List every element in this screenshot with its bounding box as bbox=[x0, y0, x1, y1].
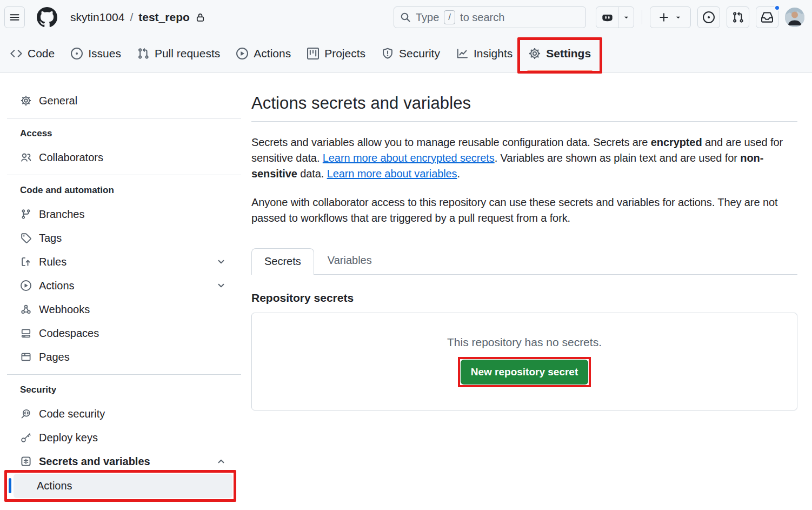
breadcrumb-owner[interactable]: skytin1004 bbox=[70, 11, 124, 24]
main-content: Actions secrets and variables Secrets an… bbox=[248, 72, 812, 410]
people-icon bbox=[20, 152, 32, 163]
intro-text: data. bbox=[297, 168, 327, 180]
sidebar-item-label: Pages bbox=[39, 351, 70, 363]
tab-secrets[interactable]: Secrets bbox=[251, 248, 314, 275]
tab-variables[interactable]: Variables bbox=[314, 248, 385, 274]
repository-secrets-heading: Repository secrets bbox=[251, 292, 797, 304]
sidebar-item-secrets-and-variables[interactable]: Secrets and variables bbox=[9, 449, 239, 473]
sidebar-item-label: Webhooks bbox=[39, 303, 90, 316]
sidebar-item-rules[interactable]: Rules bbox=[9, 250, 239, 274]
tab-label: Settings bbox=[546, 47, 591, 60]
variables-link[interactable]: Learn more about variables bbox=[327, 168, 457, 180]
chevron-down-icon bbox=[215, 281, 227, 290]
sidebar-item-tags[interactable]: Tags bbox=[9, 226, 239, 250]
plus-icon bbox=[658, 12, 669, 23]
encrypted-secrets-link[interactable]: Learn more about encrypted secrets bbox=[323, 152, 495, 164]
active-tab-underline bbox=[527, 70, 593, 72]
github-repo-settings-page: skytin1004 / test_repo Type / to search bbox=[0, 0, 812, 498]
sidebar-item-code-security[interactable]: Code security bbox=[9, 402, 239, 426]
sidebar-item-webhooks[interactable]: Webhooks bbox=[9, 297, 239, 321]
tab-label: Actions bbox=[254, 47, 291, 60]
github-logo[interactable] bbox=[37, 7, 57, 28]
tag-icon bbox=[20, 233, 32, 243]
page-title: Actions secrets and variables bbox=[251, 94, 797, 113]
tab-insights[interactable]: Insights bbox=[448, 35, 521, 72]
intro-paragraph: Secrets and variables allow you to manag… bbox=[251, 135, 797, 182]
inbox-button[interactable] bbox=[756, 6, 778, 28]
graph-icon bbox=[456, 48, 468, 59]
code-icon bbox=[10, 48, 22, 59]
new-repository-secret-button[interactable]: New repository secret bbox=[461, 360, 589, 385]
hamburger-icon bbox=[9, 12, 20, 23]
lock-icon bbox=[195, 12, 205, 23]
tab-security[interactable]: Security bbox=[374, 35, 448, 72]
sidebar-item-label: Actions bbox=[37, 480, 72, 492]
play-circle-icon bbox=[236, 48, 248, 59]
sidebar-item-pages[interactable]: Pages bbox=[9, 345, 239, 369]
gear-icon bbox=[20, 95, 32, 106]
tab-projects[interactable]: Projects bbox=[299, 35, 374, 72]
copilot-chat-button[interactable] bbox=[596, 7, 618, 28]
tab-settings[interactable]: Settings bbox=[521, 35, 599, 72]
page-body: General Access Collaborators Code and au… bbox=[0, 72, 812, 498]
notification-dot bbox=[774, 5, 780, 11]
sidebar-item-label: Rules bbox=[39, 256, 66, 268]
create-new-button[interactable] bbox=[650, 6, 691, 28]
sidebar-subitem-actions-selected[interactable]: Actions bbox=[14, 474, 232, 498]
search-placeholder-suffix: to search bbox=[460, 11, 504, 24]
codespaces-icon bbox=[20, 328, 32, 339]
rules-icon bbox=[20, 256, 32, 267]
slash-key-hint: / bbox=[444, 10, 455, 24]
project-icon bbox=[307, 48, 319, 59]
sidebar-item-general[interactable]: General bbox=[9, 89, 239, 112]
sidebar-item-codespaces[interactable]: Codespaces bbox=[9, 321, 239, 345]
tab-code[interactable]: Code bbox=[2, 35, 63, 72]
breadcrumb-repo[interactable]: test_repo bbox=[138, 11, 190, 24]
sidebar-item-branches[interactable]: Branches bbox=[9, 202, 239, 226]
sidebar-section-security: Security bbox=[9, 375, 239, 402]
copilot-menu-button[interactable] bbox=[618, 7, 634, 28]
tab-actions[interactable]: Actions bbox=[228, 35, 299, 72]
git-branch-icon bbox=[20, 209, 32, 220]
sidebar-section-code-automation: Code and automation bbox=[9, 175, 239, 202]
intro-text: . bbox=[457, 168, 460, 180]
caret-down-icon bbox=[674, 14, 682, 22]
avatar[interactable] bbox=[785, 8, 804, 27]
caret-down-icon bbox=[622, 14, 630, 22]
header-divider bbox=[642, 10, 642, 24]
sidebar-item-collaborators[interactable]: Collaborators bbox=[9, 145, 239, 169]
collaborator-paragraph: Anyone with collaborator access to this … bbox=[251, 195, 797, 226]
tab-label: Security bbox=[399, 47, 440, 60]
chevron-down-icon bbox=[215, 257, 227, 267]
tab-issues[interactable]: Issues bbox=[63, 35, 129, 72]
sidebar-item-label: Collaborators bbox=[39, 151, 103, 164]
code-scan-icon bbox=[20, 408, 32, 419]
sidebar-item-deploy-keys[interactable]: Deploy keys bbox=[9, 426, 239, 449]
intro-text: . Variables are shown as plain text and … bbox=[495, 152, 741, 164]
tab-label: Insights bbox=[474, 47, 513, 60]
git-pull-request-icon bbox=[732, 11, 744, 23]
sidebar-section-access: Access bbox=[9, 118, 239, 145]
tab-pull-requests[interactable]: Pull requests bbox=[129, 35, 228, 72]
annotation-box-new-secret: New repository secret bbox=[458, 357, 591, 387]
search-input[interactable]: Type / to search bbox=[394, 6, 586, 28]
sidebar-item-label: Secrets and variables bbox=[39, 455, 150, 468]
tab-label: Code bbox=[28, 47, 55, 60]
title-divider bbox=[251, 121, 797, 122]
git-pull-request-icon bbox=[137, 48, 149, 59]
sidebar-item-label: Code security bbox=[39, 408, 105, 420]
empty-secrets-message: This repository has no secrets. bbox=[447, 336, 602, 349]
app-header: skytin1004 / test_repo Type / to search bbox=[0, 0, 812, 35]
secrets-variables-tabnav: Secrets Variables bbox=[251, 248, 797, 275]
play-circle-icon bbox=[20, 280, 32, 291]
issues-dashboard-button[interactable] bbox=[697, 6, 720, 28]
shield-exclamation-icon bbox=[382, 48, 394, 59]
search-icon bbox=[400, 12, 411, 23]
pull-requests-dashboard-button[interactable] bbox=[727, 6, 749, 28]
inbox-icon bbox=[761, 11, 773, 23]
selected-item-indicator bbox=[9, 478, 11, 493]
sidebar-item-actions[interactable]: Actions bbox=[9, 274, 239, 297]
sidebar-item-label: Branches bbox=[39, 208, 85, 221]
repo-tab-nav: Code Issues Pull requests Actions Projec… bbox=[0, 35, 812, 72]
hamburger-menu-button[interactable] bbox=[4, 6, 25, 28]
